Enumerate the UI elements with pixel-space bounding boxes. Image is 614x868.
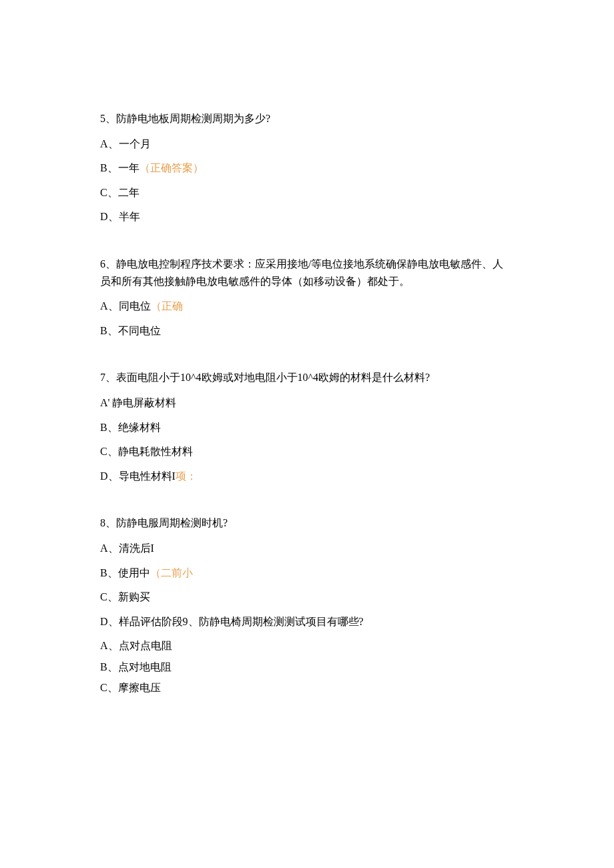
option-prefix: B、 [100,325,118,336]
option-text: 使用中 [118,567,150,578]
option-text: 点对地电阻 [118,661,172,673]
option-a: A' 静电屏蔽材料 [100,394,514,412]
question-body: 防静电服周期检测时机? [116,517,228,528]
question-text: 8、防静电服周期检测时机? [100,514,514,532]
option-text: 样品评估阶段9、防静电椅周期检测测试项目有哪些? [119,616,364,627]
option-text: 新购买 [118,591,150,602]
question-5: 5、防静电地板周期检测周期为多少? A、一个月 B、一年（正确答案） C、二年 … [100,110,514,226]
option-b: B、绝缘材料 [100,419,514,436]
sub-option-b: B、点对地电阻 [100,659,514,676]
option-text: 清洗后I [119,542,154,554]
option-text: 绝缘材料 [118,422,161,433]
question-number: 6、 [100,258,116,270]
option-c: C、二年 [100,184,514,201]
sub-option-a: A、点对点电阻 [100,637,514,655]
option-d: D、导电性材料I项： [100,468,514,485]
option-d: D、样品评估阶段9、防静电椅周期检测测试项目有哪些? [100,613,514,630]
question-body: 防静电地板周期检测周期为多少? [116,113,270,124]
option-text: 半年 [119,211,140,222]
option-text: 摩擦电压 [118,682,161,693]
option-text: 静电屏蔽材料 [112,397,176,408]
option-text: 点对点电阻 [119,640,172,651]
option-text: 导电性材料I [119,470,176,482]
option-text: 一年 [118,162,139,173]
option-c: C、新购买 [100,588,514,606]
answer-mark: （二前小 [150,567,193,578]
answer-mark: 项： [176,470,197,482]
question-7: 7、表面电阻小于10^4欧姆或对地电阻小于10^4欧姆的材料是什么材料? A' … [100,369,514,484]
option-prefix: D、 [100,616,119,627]
option-text: 一个月 [119,138,151,149]
option-text: 同电位 [119,300,151,312]
question-number: 8、 [100,517,116,528]
option-prefix: D、 [100,211,119,222]
option-text: 二年 [118,187,139,198]
question-body: 表面电阻小于10^4欧姆或对地电阻小于10^4欧姆的材料是什么材料? [116,372,430,383]
option-text: 不同电位 [118,325,161,336]
option-prefix: B、 [100,567,118,578]
question-text: 6、静电放电控制程序技术要求：应采用接地/等电位接地系统确保静电放电敏感件、人员… [100,256,514,290]
option-prefix: C、 [100,682,118,693]
question-number: 5、 [100,113,116,124]
option-prefix: A' [100,397,112,408]
question-6: 6、静电放电控制程序技术要求：应采用接地/等电位接地系统确保静电放电敏感件、人员… [100,256,514,339]
option-b: B、不同电位 [100,322,514,340]
option-prefix: C、 [100,446,118,457]
option-a: A、一个月 [100,135,514,153]
answer-mark: （正确答案） [139,162,204,173]
option-prefix: B、 [100,162,118,173]
option-prefix: B、 [100,422,118,433]
option-prefix: A、 [100,640,119,651]
question-text: 5、防静电地板周期检测周期为多少? [100,110,514,127]
option-a: A、清洗后I [100,540,514,557]
option-prefix: A、 [100,138,119,149]
option-prefix: A、 [100,542,119,554]
question-body: 静电放电控制程序技术要求：应采用接地/等电位接地系统确保静电放电敏感件、人员和所… [100,258,503,287]
option-prefix: C、 [100,591,118,602]
sub-option-c: C、摩擦电压 [100,679,514,697]
option-prefix: D、 [100,470,119,482]
option-d: D、半年 [100,208,514,226]
option-prefix: B、 [100,661,118,673]
option-b: B、使用中（二前小 [100,564,514,582]
option-prefix: A、 [100,300,119,312]
option-text: 静电耗散性材料 [118,446,193,457]
question-text: 7、表面电阻小于10^4欧姆或对地电阻小于10^4欧姆的材料是什么材料? [100,369,514,386]
option-c: C、静电耗散性材料 [100,443,514,460]
answer-mark: （正确 [151,300,183,312]
option-a: A、同电位（正确 [100,298,514,315]
option-b: B、一年（正确答案） [100,159,514,177]
question-number: 7、 [100,372,116,383]
question-9-sub: A、点对点电阻 B、点对地电阻 C、摩擦电压 [100,637,514,697]
option-prefix: C、 [100,187,118,198]
question-8: 8、防静电服周期检测时机? A、清洗后I B、使用中（二前小 C、新购买 D、样… [100,514,514,697]
